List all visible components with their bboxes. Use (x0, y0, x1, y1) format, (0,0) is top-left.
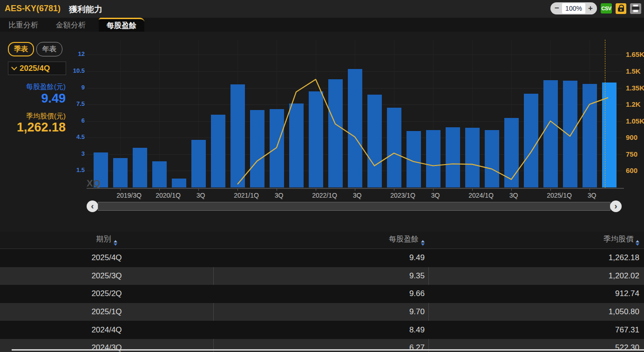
period-cell: 2025/2Q (0, 289, 213, 298)
right-axis-tick: 900 (626, 133, 637, 141)
period-cell: 2025/4Q (0, 253, 213, 262)
x-axis-label: 2023/1Q (390, 192, 415, 199)
sort-icon (636, 240, 639, 246)
x-axis-label: 3Q (197, 192, 205, 199)
eps-bar[interactable] (113, 158, 128, 187)
sort-icon (421, 240, 425, 246)
x-axis-label: 2020/1Q (156, 192, 181, 199)
x-axis-label: 3Q (275, 192, 284, 199)
x-tick-mark (159, 189, 160, 191)
x-axis-label: 2021/1Q (234, 192, 259, 199)
x-tick-mark (472, 189, 473, 191)
table-row: 2025/4Q9.491,262.18 (0, 249, 644, 267)
eps-bar[interactable] (367, 95, 382, 187)
right-axis-tick: 600 (626, 166, 637, 174)
x-axis-label: 3Q (588, 192, 597, 199)
scroll-right-button[interactable]: › (610, 200, 622, 212)
left-axis-tick: 10.5 (57, 67, 85, 74)
eps-cell: 9.49 (213, 253, 428, 262)
x-tick-mark (198, 189, 199, 191)
x-axis-label: 2024/1Q (468, 192, 494, 199)
right-axis-tick: 750 (626, 150, 637, 158)
eps-bar[interactable] (250, 110, 264, 187)
eps-cell: 9.35 (213, 267, 428, 285)
column-header-2[interactable]: 每股盈餘 (213, 235, 428, 246)
x-axis-label: 3Q (431, 192, 440, 199)
table-row: 2025/2Q9.66912.74 (0, 285, 644, 303)
x-tick-mark (550, 189, 551, 191)
x-axis-line (87, 188, 624, 189)
price-cell: 1,202.02 (428, 267, 644, 285)
price-cell: 1,262.18 (428, 253, 644, 262)
x-axis-label: 2019/3Q (116, 192, 142, 199)
eps-bar[interactable] (387, 108, 401, 187)
x-tick-mark (277, 189, 277, 191)
eps-bar[interactable] (465, 128, 480, 187)
eps-bar[interactable] (289, 104, 304, 187)
left-axis-tick: 1.5 (57, 166, 85, 173)
eps-cell: 8.49 (213, 325, 428, 335)
column-header-3[interactable]: 季均股價 (428, 235, 644, 246)
eps-bar[interactable] (133, 148, 147, 187)
right-axis-tick: 1.35K (626, 84, 644, 92)
left-axis-tick: 3 (57, 150, 85, 157)
x-tick-mark (433, 189, 434, 191)
eps-bar[interactable] (407, 131, 421, 187)
price-cell: 1,050.80 (428, 303, 644, 321)
eps-bar[interactable] (270, 109, 284, 187)
table-header-row: 期別每股盈餘季均股價 (0, 232, 644, 249)
xq-profitability-window: AES-KY(6781) 獲利能力 − 100% + CSV 比重分析 金額分析 (0, 0, 644, 352)
eps-bar[interactable] (172, 179, 186, 187)
x-tick-mark (316, 189, 316, 191)
eps-bar[interactable] (602, 83, 617, 187)
eps-bar[interactable] (563, 81, 577, 187)
left-axis-tick: 12 (57, 50, 85, 57)
x-tick-mark (355, 189, 355, 191)
table-row: 2025/3Q9.351,202.02 (0, 267, 644, 285)
price-cell: 912.74 (428, 289, 644, 298)
period-cell: 2025/3Q (0, 271, 213, 281)
left-axis-tick: 7.5 (57, 100, 85, 107)
eps-bar[interactable] (348, 69, 362, 187)
right-axis-tick: 1.05K (626, 117, 644, 125)
eps-cell: 9.66 (213, 289, 428, 298)
eps-bar[interactable] (426, 130, 441, 187)
eps-bar[interactable] (446, 127, 460, 187)
eps-bar[interactable] (191, 140, 206, 187)
eps-bar[interactable] (583, 84, 597, 187)
x-tick-mark (237, 189, 238, 191)
h-gridline (87, 55, 622, 55)
eps-bar[interactable] (230, 84, 245, 187)
eps-bar[interactable] (309, 91, 323, 187)
eps-table: 期別每股盈餘季均股價2025/4Q9.491,262.182025/3Q9.35… (0, 232, 644, 352)
eps-bar[interactable] (328, 79, 343, 187)
period-cursor-line (605, 40, 605, 188)
eps-bar[interactable] (211, 115, 225, 187)
watermark: XQ (87, 178, 101, 189)
x-tick-mark (394, 189, 394, 191)
right-axis-tick: 1.2K (626, 100, 641, 108)
left-axis-tick: 9 (57, 84, 85, 91)
period-cell: 2025/1Q (0, 307, 213, 317)
eps-bar[interactable] (524, 94, 538, 187)
eps-bar[interactable] (504, 118, 519, 187)
right-axis-tick: 1.5K (626, 67, 641, 75)
column-header-1[interactable]: 期別 (0, 235, 213, 246)
eps-bar[interactable] (485, 130, 499, 187)
scrollbar-thumb[interactable] (98, 202, 610, 211)
table-row: 2024/4Q8.49767.31 (0, 321, 644, 339)
eps-bar[interactable] (543, 80, 558, 187)
bottom-scrollbar[interactable] (12, 349, 644, 351)
scroll-left-button[interactable]: ‹ (87, 200, 98, 212)
period-cell: 2024/4Q (0, 325, 213, 335)
left-axis-tick: 4.5 (57, 133, 85, 140)
period-cell: 2024/3Q (0, 343, 213, 352)
left-axis-tick: 6 (57, 117, 85, 124)
sort-icon (114, 240, 117, 246)
price-cell: 767.31 (428, 325, 644, 335)
right-axis-tick: 1.65K (626, 50, 644, 58)
x-axis-label: 2025/1Q (547, 192, 572, 199)
x-tick-mark (120, 189, 121, 191)
eps-bar[interactable] (152, 161, 167, 187)
table-row: 2025/1Q9.701,050.80 (0, 303, 644, 321)
